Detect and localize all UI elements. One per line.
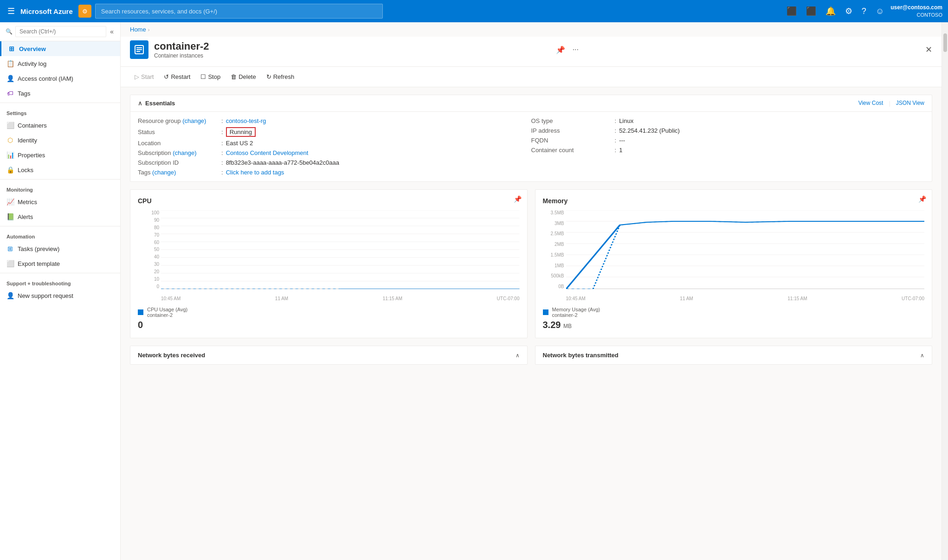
view-cost-link[interactable]: View Cost <box>858 100 884 107</box>
pin-button[interactable]: 📌 <box>554 44 567 56</box>
user-email: user@contoso.com <box>890 4 942 12</box>
badge-icon: ⚙ <box>78 5 91 18</box>
sidebar-item-export-template[interactable]: ⬜ Export template <box>0 256 120 271</box>
network-received-title: Network bytes received <box>138 352 205 359</box>
os-type-label: OS type <box>531 117 615 124</box>
more-button[interactable]: ··· <box>571 44 580 56</box>
refresh-button[interactable]: ↻ Refresh <box>262 71 299 83</box>
cpu-chart-card: CPU 📌 100 90 80 70 60 50 40 30 20 10 0 <box>130 189 528 338</box>
cpu-pin-button[interactable]: 📌 <box>514 195 522 203</box>
sidebar-item-containers[interactable]: ⬜ Containers <box>0 118 120 133</box>
network-transmitted-title: Network bytes transmitted <box>543 352 619 359</box>
support-divider <box>0 273 120 273</box>
sidebar-overview-label: Overview <box>19 45 46 52</box>
sidebar-item-new-support[interactable]: 👤 New support request <box>0 288 120 303</box>
refresh-label: Refresh <box>273 73 295 80</box>
properties-icon: 📊 <box>6 151 14 159</box>
essentials-links: View Cost | JSON View <box>858 100 924 107</box>
help-icon[interactable]: ? <box>859 5 869 18</box>
sidebar-item-access-control[interactable]: 👤 Access control (IAM) <box>0 71 120 86</box>
user-info[interactable]: user@contoso.com CONTOSO <box>890 4 942 18</box>
network-row: Network bytes received ∧ Network bytes t… <box>121 346 942 372</box>
essentials-header: ∧ Essentials View Cost | JSON View <box>130 95 932 112</box>
feedback-icon[interactable]: ⬛ <box>803 4 819 18</box>
sidebar: 🔍 « ⊞ Overview 📋 Activity log 👤 Access c… <box>0 22 121 560</box>
container-count-value: 1 <box>619 147 622 154</box>
sidebar-item-identity[interactable]: ⬡ Identity <box>0 133 120 148</box>
sidebar-item-locks[interactable]: 🔒 Locks <box>0 162 120 177</box>
essentials-status: Status : Running <box>138 127 531 137</box>
tags-link[interactable]: Click here to add tags <box>226 169 284 176</box>
sidebar-containers-label: Containers <box>18 122 47 129</box>
automation-section-header: Automation <box>0 228 120 241</box>
start-button[interactable]: ▷ Start <box>130 71 158 83</box>
sidebar-tasks-label: Tasks (preview) <box>18 245 59 252</box>
sidebar-item-metrics[interactable]: 📈 Metrics <box>0 194 120 209</box>
essentials-container-count: Container count : 1 <box>531 147 925 154</box>
subscription-link[interactable]: Contoso Content Development <box>226 149 309 156</box>
cpu-legend-text: CPU Usage (Avg) container-2 <box>147 307 187 318</box>
restart-button[interactable]: ↺ Restart <box>159 71 195 83</box>
json-view-link[interactable]: JSON View <box>896 100 924 107</box>
cpu-legend: CPU Usage (Avg) container-2 <box>138 307 520 318</box>
global-search-input[interactable] <box>95 4 383 19</box>
essentials-tags: Tags (change) : Click here to add tags <box>138 169 531 176</box>
essentials-location: Location : East US 2 <box>138 140 531 147</box>
restart-icon: ↺ <box>164 73 169 80</box>
essentials-fqdn: FQDN : --- <box>531 137 925 144</box>
monitoring-divider <box>0 179 120 180</box>
essentials-os-type: OS type : Linux <box>531 117 925 124</box>
memory-yaxis: 3.5MB 3MB 2.5MB 2MB 1.5MB 1MB 500kB 0B <box>543 210 566 289</box>
location-value: East US 2 <box>226 140 253 147</box>
close-button[interactable]: ✕ <box>925 45 932 55</box>
subscription-change[interactable]: (change) <box>173 149 196 156</box>
memory-pin-button[interactable]: 📌 <box>918 195 926 203</box>
stop-button[interactable]: ☐ Stop <box>196 71 225 83</box>
delete-button[interactable]: 🗑 Delete <box>226 71 261 83</box>
hamburger-icon[interactable]: ☰ <box>6 4 17 18</box>
sidebar-item-activity-log[interactable]: 📋 Activity log <box>0 56 120 71</box>
access-control-icon: 👤 <box>6 75 14 82</box>
network-received-chevron[interactable]: ∧ <box>516 352 520 359</box>
resource-group-change[interactable]: (change) <box>182 117 206 124</box>
sidebar-item-alerts[interactable]: 📗 Alerts <box>0 209 120 224</box>
monitoring-section-header: Monitoring <box>0 181 120 194</box>
sidebar-properties-label: Properties <box>18 152 45 159</box>
resource-icon <box>130 40 148 59</box>
cpu-chart-title: CPU <box>138 197 520 205</box>
page-header-text: container-2 Container instances <box>154 40 209 59</box>
sidebar-item-tags[interactable]: 🏷 Tags <box>0 86 120 101</box>
export-template-icon: ⬜ <box>6 260 14 267</box>
tags-change[interactable]: (change) <box>152 169 176 176</box>
sidebar-item-overview[interactable]: ⊞ Overview <box>0 41 120 56</box>
sidebar-search-input[interactable] <box>15 26 106 37</box>
sidebar-item-properties[interactable]: 📊 Properties <box>0 148 120 162</box>
resource-group-label: Resource group (change) <box>138 117 221 124</box>
sidebar-item-tasks[interactable]: ⊞ Tasks (preview) <box>0 241 120 256</box>
right-scrollbar[interactable] <box>942 22 948 560</box>
sidebar-metrics-label: Metrics <box>18 199 37 206</box>
locks-icon: 🔒 <box>6 166 14 174</box>
network-transmitted-chevron[interactable]: ∧ <box>920 352 924 359</box>
notification-icon[interactable]: 🔔 <box>823 4 838 18</box>
user-org: CONTOSO <box>890 12 942 18</box>
breadcrumb-home[interactable]: Home <box>130 26 146 33</box>
location-label: Location <box>138 140 221 147</box>
network-transmitted-card: Network bytes transmitted ∧ <box>535 346 933 365</box>
settings-icon[interactable]: ⚙ <box>842 4 855 18</box>
svg-rect-3 <box>136 51 140 52</box>
cpu-xaxis: 10:45 AM 11 AM 11:15 AM UTC-07:00 <box>161 294 520 303</box>
delete-label: Delete <box>239 73 256 80</box>
cpu-legend-container: container-2 <box>147 312 187 318</box>
cpu-legend-value-row: 0 <box>138 320 520 330</box>
svg-rect-1 <box>136 47 142 48</box>
svg-rect-2 <box>136 49 142 50</box>
collapse-sidebar-button[interactable]: « <box>109 27 115 36</box>
essentials-collapse-icon[interactable]: ∧ <box>138 100 142 107</box>
account-icon[interactable]: ☺ <box>873 5 887 18</box>
sidebar-alerts-label: Alerts <box>18 213 33 220</box>
cpu-chart-area: 100 90 80 70 60 50 40 30 20 10 0 <box>138 210 520 303</box>
ip-address-value: 52.254.41.232 (Public) <box>619 127 680 134</box>
portal-icon[interactable]: ⬛ <box>784 4 800 18</box>
resource-group-link[interactable]: contoso-test-rg <box>226 117 266 124</box>
